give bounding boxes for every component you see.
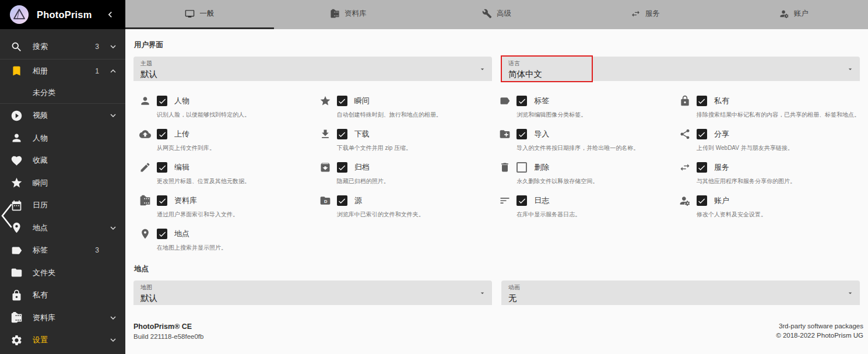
checkbox-originals[interactable]: [337, 195, 347, 206]
sidebar-item-labels[interactable]: 标签 3: [0, 239, 125, 262]
trash-icon: [499, 162, 511, 173]
footer-right: 3rd-party software packages © 2018-2022 …: [776, 323, 863, 339]
select-label: 地图: [140, 283, 472, 292]
chevron-down-icon: [108, 110, 118, 121]
sidebar-item-label: 视频: [33, 110, 48, 121]
feature-description: 在地图上搜索并显示照片。: [157, 244, 309, 252]
third-party-packages-link[interactable]: 3rd-party software packages: [776, 323, 863, 330]
sidebar-item-private[interactable]: 私有: [0, 284, 125, 307]
sidebar-nav: 搜索 3 相册 1 未分类 视频 人物 收藏: [0, 29, 125, 352]
count-badge: 3: [95, 43, 99, 51]
checkbox-moments[interactable]: [337, 96, 347, 106]
checkbox-labels[interactable]: [516, 96, 527, 106]
select-value: 简体中文: [508, 69, 840, 80]
select-maps[interactable]: 地图 默认: [133, 281, 492, 305]
feature-label: 导入: [534, 129, 549, 139]
chevron-down-icon: [108, 335, 118, 345]
checkbox-places[interactable]: [157, 229, 167, 239]
feature-import: 导入 导入的文件将按日期排序，并给出唯一的名称。: [493, 128, 669, 153]
feature-archive: 归档 隐藏已归档的照片。: [314, 162, 489, 187]
feature-label: 服务: [714, 162, 729, 173]
sidebar-item-people[interactable]: 人物: [0, 127, 125, 150]
tab-general[interactable]: 一般: [125, 0, 274, 29]
sidebar-item-folders[interactable]: 文件夹: [0, 262, 125, 285]
folder-d-icon: [319, 195, 331, 206]
tab-advanced[interactable]: 高级: [423, 0, 571, 29]
sidebar-item-videos[interactable]: 视频: [0, 104, 125, 127]
checkbox-logs[interactable]: [516, 195, 527, 206]
folder-icon: [10, 267, 23, 279]
wrench-icon: [482, 9, 492, 19]
checkbox-upload[interactable]: [157, 129, 167, 139]
feature-label: 上传: [174, 129, 189, 139]
checkbox-account[interactable]: [697, 195, 707, 206]
feature-description: 识别人脸，以便能够找到特定的人。: [157, 111, 309, 119]
feature-description: 永久删除文件以释放存储空间。: [516, 177, 669, 185]
feature-description: 与其他应用程序和服务分享你的图片。: [697, 177, 860, 185]
check-icon: [158, 130, 167, 139]
build-number: Build 221118-e58fee0fb: [133, 333, 203, 340]
caret-down-icon: [846, 289, 854, 297]
tab-account[interactable]: 账户: [719, 0, 868, 29]
person-icon: [10, 132, 23, 144]
checkbox-delete[interactable]: [516, 162, 527, 173]
sync-icon: [679, 162, 691, 173]
sidebar-subitem-unsorted[interactable]: 未分类: [0, 82, 125, 103]
sidebar-item-calendar[interactable]: 日历: [0, 194, 125, 217]
checkbox-private[interactable]: [697, 96, 707, 106]
select-animation[interactable]: 动画 无: [501, 281, 860, 305]
checkbox-share[interactable]: [697, 129, 707, 139]
check-icon: [158, 97, 167, 106]
select-language[interactable]: 语言 简体中文: [501, 57, 860, 81]
sidebar-item-right: 3: [95, 245, 118, 255]
sidebar-item-settings[interactable]: 设置: [0, 329, 125, 352]
checkbox-library[interactable]: [157, 195, 167, 206]
sidebar-item-right: [108, 313, 118, 323]
feature-description: 通过用户界面索引和导入文件。: [157, 211, 309, 219]
sidebar-item-label: 文件夹: [33, 268, 55, 278]
checkbox-archive[interactable]: [337, 162, 347, 173]
section-title-places: 地点: [134, 264, 859, 274]
share-icon: [679, 128, 691, 140]
sidebar-item-search[interactable]: 搜索 3: [0, 36, 125, 58]
sidebar-divider: [0, 59, 125, 59]
feature-description: 上传到 WebDAV 并与朋友共享链接。: [697, 144, 860, 152]
feature-description: 排除搜索结果中标记私有的内容，已共享的相册、标签和地点。: [697, 111, 860, 119]
feature-label: 编辑: [174, 162, 189, 173]
sidebar-item-label: 人物: [33, 133, 48, 143]
library-icon: [10, 311, 23, 324]
tab-services[interactable]: 服务: [571, 0, 719, 29]
feature-label: 资料库: [174, 195, 197, 206]
sidebar-item-places[interactable]: 地点: [0, 217, 125, 240]
checkbox-services[interactable]: [697, 162, 707, 173]
tab-library[interactable]: 资料库: [274, 0, 423, 29]
heart-icon: [10, 155, 23, 167]
feature-head: 导入: [499, 128, 669, 140]
sidebar-item-albums[interactable]: 相册 1: [0, 60, 125, 83]
download-icon: [319, 128, 331, 140]
tag-icon: [10, 244, 23, 257]
sidebar-item-library[interactable]: 资料库: [0, 307, 125, 330]
feature-head: 删除: [499, 162, 669, 173]
feature-description: 从网页上传文件到库。: [157, 144, 309, 152]
folder-plus-icon: [499, 128, 511, 140]
checkbox-edit[interactable]: [157, 162, 167, 173]
sidebar-item-right: 3: [95, 41, 118, 52]
back-chevron-left-icon[interactable]: [0, 202, 14, 232]
sidebar-item-moments[interactable]: 瞬间: [0, 172, 125, 195]
checkbox-people[interactable]: [157, 96, 167, 106]
sidebar-item-favorites[interactable]: 收藏: [0, 149, 125, 172]
feature-head: 私有: [679, 95, 860, 107]
feature-labels: 标签 浏览和编辑图像分类标签。: [493, 95, 669, 120]
sidebar-collapse-button[interactable]: [104, 9, 116, 20]
checkbox-download[interactable]: [337, 129, 347, 139]
sidebar-item-label: 标签: [33, 245, 48, 255]
feature-label: 删除: [534, 162, 549, 173]
photoprism-logo[interactable]: [9, 5, 29, 24]
sidebar-item-right: [108, 335, 118, 345]
feature-toggle-grid: 人物 识别人脸，以便能够找到特定的人。 瞬间 自动创建特殊时刻、旅行和地点的相册…: [133, 95, 860, 253]
sidebar-item-right: [108, 110, 118, 121]
checkbox-import[interactable]: [516, 129, 527, 139]
person-icon: [139, 95, 151, 107]
select-theme[interactable]: 主题 默认: [133, 57, 492, 81]
